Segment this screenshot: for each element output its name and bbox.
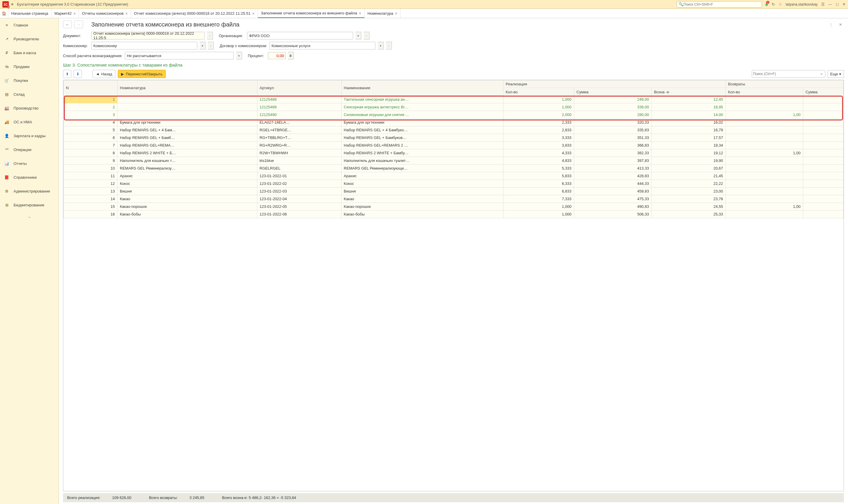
table-row[interactable]: 9 Наполнитель для кошачьих т… kts1blue Н… xyxy=(64,157,844,165)
sidebar-item-8[interactable]: 👤Зарплата и кадры xyxy=(0,129,59,143)
table-row[interactable]: 13 Вишня 123-01-2022-03 Вишня 6,833 459,… xyxy=(64,187,844,195)
sidebar-item-7[interactable]: 🚚ОС и НМА xyxy=(0,115,59,129)
calc-method-field[interactable]: Не рассчитывается xyxy=(125,52,234,59)
table-row[interactable]: 15 Какао-порошок 123-01-2022-05 Какао-по… xyxy=(64,203,844,211)
col-fee[interactable]: Возна -е xyxy=(651,88,725,96)
col-name[interactable]: Наименование xyxy=(341,80,503,96)
close-window-icon[interactable]: ✕ xyxy=(843,2,846,6)
global-search-input[interactable] xyxy=(683,2,760,6)
more-button[interactable]: Еще ▾ xyxy=(828,70,844,78)
col-return-qty[interactable]: Кол-во xyxy=(725,88,803,96)
table-row[interactable]: 6 Набор REMARS GEL + Бамб… RG+TBBLRG+T… … xyxy=(64,134,844,142)
contract-dropdown-icon[interactable]: ▾ xyxy=(378,42,384,50)
maximize-icon[interactable]: ◻ xyxy=(836,2,839,6)
col-sum[interactable]: Сумма xyxy=(574,88,651,96)
organization-dropdown-icon[interactable]: ▾ xyxy=(355,32,361,39)
table-row[interactable]: 5 Набор REMARS GEL + 4 Бам… RGEL+4TBRGE…… xyxy=(64,126,844,134)
table-row[interactable]: 4 Бумага для оргтехники ELA027-18ELA… Бу… xyxy=(64,119,844,126)
col-return-sum[interactable]: Сумма xyxy=(803,88,843,96)
col-n[interactable]: N xyxy=(64,80,118,96)
favorites-icon[interactable]: ☆ xyxy=(778,2,782,6)
sidebar-item-5[interactable]: ▤Склад xyxy=(0,87,59,101)
sidebar-item-13[interactable]: ⊞Бюджетирование xyxy=(0,198,59,212)
table-filter-input[interactable] xyxy=(753,72,819,76)
back-button[interactable]: ◄ Назад xyxy=(92,70,115,78)
commissioner-field[interactable]: Комиссионер xyxy=(91,42,197,50)
move-down-button[interactable]: ⬇ xyxy=(74,70,82,78)
tab-home-icon[interactable]: 🏠 xyxy=(0,9,8,18)
table-row[interactable]: 7 Набор REMARS GEL+REMA… RG+R2WRG+R… Наб… xyxy=(64,142,844,149)
document-field[interactable]: Отчет комиссионера (агента) 0000-000018 … xyxy=(91,32,205,39)
tab-0[interactable]: Начальная страница xyxy=(8,9,52,18)
nav-back-button[interactable]: ← xyxy=(63,21,72,28)
sidebar-expand-icon[interactable]: ⌄ xyxy=(0,212,59,221)
table-row[interactable]: 1 12125488 Тактильная сенсорная игрушка … xyxy=(64,96,844,103)
percent-calc-icon[interactable]: 🖩 xyxy=(288,52,294,59)
sidebar: ≡Главное↗Руководителю₽Банк и касса🛍Прода… xyxy=(0,18,59,504)
sidebar-item-4[interactable]: 🛒Покупки xyxy=(0,74,59,87)
tab-5[interactable]: Номенклатура× xyxy=(364,9,400,18)
transfer-close-button[interactable]: ▶ ПеренестиИЗакрыть xyxy=(118,70,166,78)
history-icon[interactable]: ↻ xyxy=(772,2,775,6)
commissioner-dropdown-icon[interactable]: ▾ xyxy=(200,42,205,50)
sidebar-item-1[interactable]: ↗Руководителю xyxy=(0,32,59,46)
organization-open-icon[interactable]: ▫ xyxy=(364,32,369,39)
settings-icon[interactable]: ☰ xyxy=(821,2,825,6)
more-actions-icon[interactable]: ⋮ xyxy=(827,22,835,28)
contract-open-icon[interactable]: ▫ xyxy=(386,42,392,50)
col-article[interactable]: Артикул xyxy=(257,80,341,96)
tab-close-icon[interactable]: × xyxy=(125,11,128,16)
table-row[interactable]: 3 12125490 Силиконовые игрушки для сняти… xyxy=(64,111,844,119)
table-row[interactable]: 12 Кокос 123-01-2022-02 Кокос 6,333 444,… xyxy=(64,180,844,187)
nav-forward-button[interactable]: → xyxy=(74,21,83,28)
table-row[interactable]: 11 Арахис 123-01-2022-01 Арахис 5,833 42… xyxy=(64,172,844,180)
tab-3[interactable]: Отчет комиссионера (агента) 0000-000018 … xyxy=(131,9,258,18)
tab-close-icon[interactable]: × xyxy=(359,11,361,16)
sidebar-item-3[interactable]: 🛍Продажи xyxy=(0,60,59,74)
page-title: Заполнение отчета комиссионера из внешне… xyxy=(91,21,239,28)
tab-4[interactable]: Заполнение отчета комиссионера из внешне… xyxy=(258,9,364,18)
table-filter[interactable]: × xyxy=(752,70,825,78)
col-qty[interactable]: Кол-во xyxy=(503,88,574,96)
notifications-icon[interactable]: ◉1 xyxy=(765,2,768,6)
app-title: Бухгалтерия предприятия 3.0 Стариковская… xyxy=(17,2,677,6)
sidebar-item-10[interactable]: 📊Отчеты xyxy=(0,157,59,170)
commissioner-open-icon[interactable]: ▫ xyxy=(208,42,214,50)
filter-clear-icon[interactable]: × xyxy=(819,72,824,76)
tab-close-icon[interactable]: × xyxy=(73,11,76,16)
data-table[interactable]: N Номенклатура Артикул Наименование Реал… xyxy=(63,80,844,491)
document-open-icon[interactable]: ▫ xyxy=(207,32,213,39)
table-row[interactable]: 16 Какао-бобы 123-01-2022-06 Какао-бобы … xyxy=(64,211,844,218)
menu-icon[interactable]: ≡ xyxy=(11,2,14,6)
table-row[interactable]: 2 12125489 Сенсорная игрушка антистресс … xyxy=(64,103,844,111)
contract-field[interactable]: Комиссионные услуги xyxy=(269,42,375,50)
sidebar-icon: ▤ xyxy=(4,92,10,96)
tab-close-icon[interactable]: × xyxy=(252,11,255,16)
table-row[interactable]: 10 REMARS GEL Реминерализу… RGELRGEL REM… xyxy=(64,165,844,172)
col-returns[interactable]: Возвраты xyxy=(725,80,843,88)
tab-2[interactable]: Отчеты комиссионеров× xyxy=(79,9,131,18)
sidebar-item-6[interactable]: 🏭Производство xyxy=(0,101,59,115)
tab-1[interactable]: Маркет42× xyxy=(52,9,79,18)
col-nomenclature[interactable]: Номенклатура xyxy=(118,80,257,96)
total-fee-value: 5 486,2- 162,36 = -5 323,84 xyxy=(249,496,296,500)
username[interactable]: tatyana.starikovskay xyxy=(786,2,818,6)
sidebar-item-11[interactable]: 📕Справочники xyxy=(0,170,59,184)
sidebar-label: Руководителю xyxy=(14,37,39,41)
close-page-icon[interactable]: ✕ xyxy=(837,22,844,28)
global-search[interactable]: 🔍 xyxy=(676,1,762,8)
table-row[interactable]: 8 Набор REMARS 2 WHITE + Б… R2W+TBWHWH Н… xyxy=(64,149,844,157)
sidebar-item-2[interactable]: ₽Банк и касса xyxy=(0,46,59,60)
tab-close-icon[interactable]: × xyxy=(395,11,397,16)
sidebar-item-12[interactable]: ⚙Администрирование xyxy=(0,184,59,198)
calc-method-dropdown-icon[interactable]: ▾ xyxy=(236,52,242,59)
sidebar-item-9[interactable]: ᴬᴷОперации xyxy=(0,143,59,157)
percent-field[interactable] xyxy=(268,52,286,59)
table-row[interactable]: 14 Какао 123-01-2022-04 Какао 7,333 475,… xyxy=(64,195,844,203)
commissioner-label: Комиссионер: xyxy=(63,43,89,48)
col-realization[interactable]: Реализация xyxy=(503,80,725,88)
minimize-icon[interactable]: — xyxy=(828,2,832,6)
organization-field[interactable]: ФРИЗ ООО xyxy=(247,32,353,39)
sidebar-item-0[interactable]: ≡Главное xyxy=(0,18,59,32)
move-up-button[interactable]: ⬆ xyxy=(63,70,71,78)
